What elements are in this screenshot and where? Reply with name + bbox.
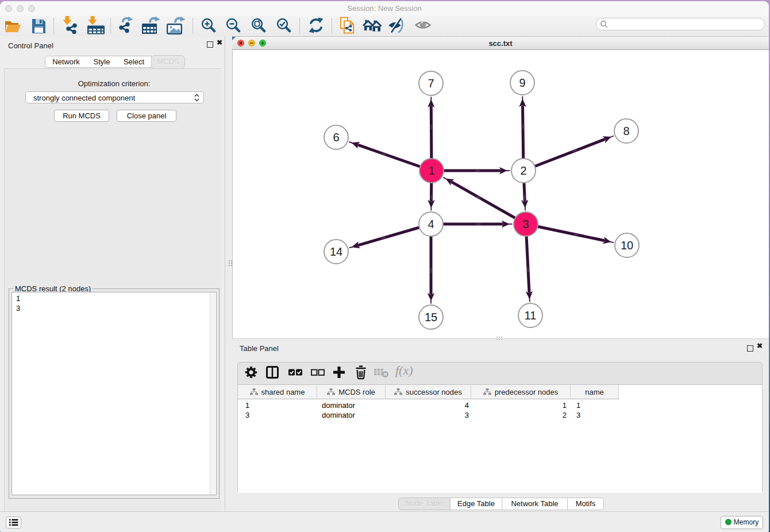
svg-text:9: 9 (519, 76, 525, 89)
svg-text:10: 10 (621, 239, 633, 252)
svg-text:3: 3 (522, 218, 529, 230)
svg-text:11: 11 (525, 309, 537, 322)
svg-text:15: 15 (425, 311, 437, 323)
svg-text:6: 6 (333, 131, 339, 144)
svg-text:2: 2 (520, 164, 526, 177)
svg-text:1: 1 (428, 164, 434, 177)
svg-text:4: 4 (428, 218, 434, 230)
svg-text:8: 8 (623, 125, 629, 137)
svg-text:7: 7 (428, 77, 434, 90)
svg-text:14: 14 (330, 245, 342, 258)
